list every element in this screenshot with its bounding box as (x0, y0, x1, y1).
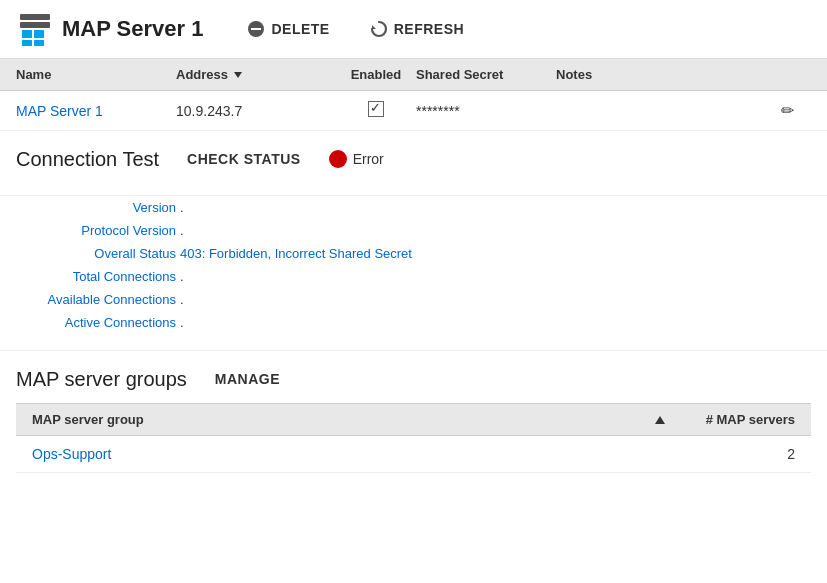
total-connections-label: Total Connections (16, 269, 176, 284)
svg-rect-3 (34, 30, 44, 38)
col-header-notes: Notes (556, 67, 781, 82)
status-text: Error (353, 151, 384, 167)
logo-area: MAP Server 1 (16, 10, 203, 48)
protocol-version-value: . (180, 223, 184, 238)
groups-table-row: Ops-Support 2 (16, 436, 811, 473)
table-row: MAP Server 1 10.9.243.7 ******** ✏ (0, 91, 827, 131)
server-secret-cell: ******** (416, 103, 556, 119)
connection-header: Connection Test CHECK STATUS Error (16, 147, 811, 171)
col-header-address: Address (176, 67, 336, 82)
groups-header: MAP server groups MANAGE (16, 367, 811, 391)
col-header-name: Name (16, 67, 176, 82)
svg-rect-5 (34, 40, 44, 46)
manage-button[interactable]: MANAGE (207, 367, 288, 391)
total-connections-row: Total Connections . (16, 265, 811, 288)
groups-col-header-count: # MAP servers (675, 412, 795, 427)
delete-button[interactable]: DELETE (239, 16, 337, 42)
server-table: Name Address Enabled Shared Secret Notes… (0, 59, 827, 131)
groups-col-header-name: MAP server group (32, 412, 645, 427)
groups-table-header: MAP server group # MAP servers (16, 403, 811, 436)
active-connections-value: . (180, 315, 184, 330)
table-header-row: Name Address Enabled Shared Secret Notes (0, 59, 827, 91)
overall-status-row: Overall Status 403: Forbidden, Incorrect… (16, 242, 811, 265)
col-header-shared-secret: Shared Secret (416, 67, 556, 82)
server-edit-cell[interactable]: ✏ (781, 101, 811, 120)
svg-rect-1 (20, 22, 50, 28)
svg-rect-2 (22, 30, 32, 38)
sort-up-icon (655, 416, 665, 424)
svg-rect-7 (251, 28, 261, 30)
active-connections-label: Active Connections (16, 315, 176, 330)
server-address-cell: 10.9.243.7 (176, 103, 336, 119)
connection-test-section: Connection Test CHECK STATUS Error (0, 131, 827, 196)
available-connections-label: Available Connections (16, 292, 176, 307)
enabled-checkbox (368, 101, 384, 117)
groups-col-sort[interactable] (645, 416, 675, 424)
sort-down-icon (234, 72, 242, 78)
groups-title: MAP server groups (16, 368, 187, 391)
protocol-version-label: Protocol Version (16, 223, 176, 238)
status-indicator: Error (329, 150, 384, 168)
col-header-enabled: Enabled (336, 67, 416, 82)
connection-test-title: Connection Test (16, 148, 159, 171)
group-count-cell: 2 (675, 446, 795, 462)
protocol-version-row: Protocol Version . (16, 219, 811, 242)
svg-rect-0 (20, 14, 50, 20)
svg-marker-8 (372, 25, 376, 29)
check-status-button[interactable]: CHECK STATUS (179, 147, 309, 171)
group-name-cell: Ops-Support (32, 446, 645, 462)
available-connections-row: Available Connections . (16, 288, 811, 311)
refresh-icon (370, 20, 388, 38)
edit-icon[interactable]: ✏ (781, 102, 794, 119)
map-server-groups-section: MAP server groups MANAGE MAP server grou… (0, 350, 827, 473)
active-connections-row: Active Connections . (16, 311, 811, 334)
refresh-button[interactable]: REFRESH (362, 16, 472, 42)
windows-logo-icon (16, 10, 54, 48)
overall-status-value: 403: Forbidden, Incorrect Shared Secret (180, 246, 412, 261)
delete-icon (247, 20, 265, 38)
total-connections-value: . (180, 269, 184, 284)
header-actions: DELETE REFRESH (239, 16, 472, 42)
svg-rect-4 (22, 40, 32, 46)
server-name-cell: MAP Server 1 (16, 103, 176, 119)
status-details: Version . Protocol Version . Overall Sta… (0, 196, 827, 350)
status-dot-icon (329, 150, 347, 168)
available-connections-value: . (180, 292, 184, 307)
server-enabled-cell (336, 101, 416, 120)
version-value: . (180, 200, 184, 215)
version-row: Version . (16, 196, 811, 219)
server-name-link[interactable]: MAP Server 1 (16, 103, 103, 119)
overall-status-label: Overall Status (16, 246, 176, 261)
version-label: Version (16, 200, 176, 215)
group-name-link[interactable]: Ops-Support (32, 446, 111, 462)
page-title: MAP Server 1 (62, 16, 203, 42)
page-header: MAP Server 1 DELETE REFRESH (0, 0, 827, 59)
